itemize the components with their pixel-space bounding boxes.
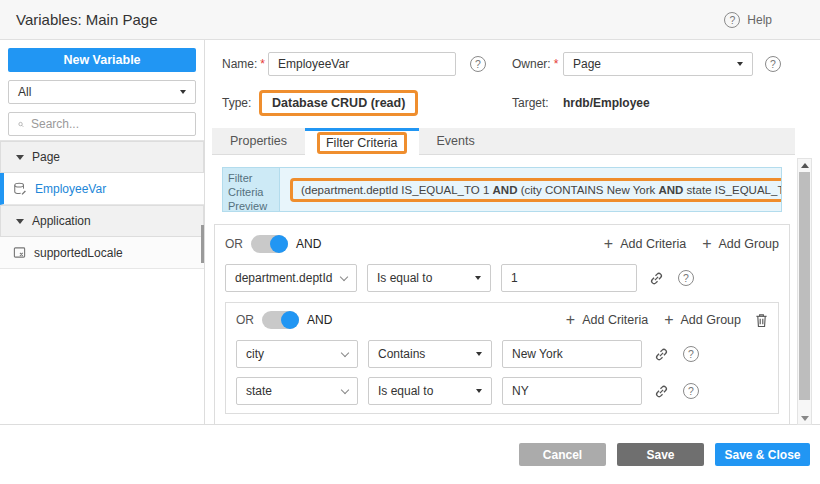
tree-group-application[interactable]: Application bbox=[0, 205, 204, 237]
bind-link-icon[interactable] bbox=[654, 384, 669, 399]
criteria-row: department.deptId Is equal to ? bbox=[225, 264, 779, 292]
condition-select[interactable]: Is equal to bbox=[367, 264, 491, 292]
value-input[interactable] bbox=[502, 377, 642, 405]
variables-tree: Page EmployeeVar Application supportedLo… bbox=[0, 140, 204, 269]
plus-icon: + bbox=[566, 312, 575, 328]
page-header: Variables: Main Page ? Help bbox=[0, 0, 820, 40]
name-help-icon[interactable]: ? bbox=[470, 56, 486, 72]
variables-sidebar: New Variable All Page EmployeeVar Applic… bbox=[0, 40, 205, 425]
preview-body: (department.deptId IS_EQUAL_TO 1 AND (ci… bbox=[280, 168, 781, 211]
chevron-down-icon bbox=[341, 348, 349, 356]
collapse-caret-icon[interactable] bbox=[16, 219, 24, 224]
tree-item-employeevar[interactable]: EmployeeVar bbox=[0, 173, 204, 205]
owner-label: Owner: bbox=[512, 57, 551, 71]
value-input[interactable] bbox=[502, 340, 642, 368]
delete-group-icon[interactable] bbox=[755, 313, 768, 328]
add-group-button[interactable]: Add Group bbox=[719, 237, 779, 251]
condition-select[interactable]: Is equal to bbox=[368, 377, 492, 405]
sidebar-scrollbar-thumb[interactable] bbox=[201, 225, 204, 263]
search-box bbox=[8, 112, 196, 136]
toggle-knob bbox=[281, 311, 299, 329]
or-and-toggle[interactable] bbox=[251, 235, 288, 253]
plus-icon: + bbox=[604, 236, 613, 252]
criteria-row: state Is equal to bbox=[236, 377, 768, 405]
tab-filter-criteria[interactable]: Filter Criteria bbox=[305, 128, 419, 155]
target-label: Target: bbox=[512, 96, 549, 110]
owner-select-value: Page bbox=[573, 57, 601, 71]
tab-events[interactable]: Events bbox=[419, 128, 493, 154]
scroll-down-arrow[interactable] bbox=[798, 412, 811, 424]
type-value-highlighted: Database CRUD (read) bbox=[259, 90, 418, 116]
criteria-group-outer: OR AND + Add Criteria + Add Group depart… bbox=[214, 224, 790, 424]
criteria-help-icon[interactable]: ? bbox=[683, 383, 699, 399]
target-value: hrdb/Employee bbox=[563, 96, 650, 110]
field-select[interactable]: department.deptId bbox=[225, 264, 357, 292]
help-label: Help bbox=[747, 13, 772, 27]
add-criteria-button[interactable]: Add Criteria bbox=[582, 313, 648, 327]
toggle-knob bbox=[270, 235, 288, 253]
tree-group-label: Page bbox=[32, 150, 60, 164]
new-variable-button[interactable]: New Variable bbox=[8, 48, 196, 72]
and-label: AND bbox=[307, 313, 332, 327]
tree-group-page[interactable]: Page bbox=[0, 141, 204, 173]
tree-group-label: Application bbox=[32, 214, 91, 228]
condition-select[interactable]: Contains bbox=[368, 340, 492, 368]
outer-group-toolbar: OR AND + Add Criteria + Add Group bbox=[225, 233, 779, 255]
plus-icon: + bbox=[702, 236, 711, 252]
value-input[interactable] bbox=[501, 264, 637, 292]
save-button[interactable]: Save bbox=[617, 443, 704, 466]
scroll-up-arrow[interactable] bbox=[798, 159, 811, 171]
add-group-button[interactable]: Add Group bbox=[681, 313, 741, 327]
variable-filter-select[interactable]: All bbox=[8, 80, 196, 104]
field-select[interactable]: city bbox=[236, 340, 358, 368]
or-and-toggle[interactable] bbox=[262, 311, 299, 329]
cancel-button[interactable]: Cancel bbox=[519, 443, 606, 466]
filter-criteria-tab-content: Filter Criteria Preview (department.dept… bbox=[212, 155, 792, 424]
search-input[interactable] bbox=[31, 117, 186, 131]
tree-item-label: supportedLocale bbox=[34, 246, 123, 260]
dialog-footer: Cancel Save Save & Close bbox=[0, 425, 820, 484]
preview-label: Filter Criteria Preview bbox=[223, 168, 280, 211]
owner-help-icon[interactable]: ? bbox=[765, 56, 781, 72]
content-scrollbar[interactable] bbox=[797, 158, 812, 425]
name-label: Name: bbox=[222, 57, 257, 71]
bind-link-icon[interactable] bbox=[649, 271, 664, 286]
scrollbar-thumb[interactable] bbox=[799, 172, 810, 400]
or-label: OR bbox=[225, 237, 243, 251]
save-and-close-button[interactable]: Save & Close bbox=[715, 443, 810, 466]
variable-filter-value: All bbox=[18, 85, 31, 99]
collapse-caret-icon[interactable] bbox=[16, 155, 24, 160]
required-marker: * bbox=[260, 57, 265, 71]
field-select-value: city bbox=[246, 347, 264, 361]
condition-select-value: Is equal to bbox=[378, 384, 433, 398]
preview-expression-highlighted: (department.deptId IS_EQUAL_TO 1 AND (ci… bbox=[290, 178, 781, 202]
required-marker: * bbox=[554, 57, 559, 71]
tree-item-label: EmployeeVar bbox=[35, 182, 106, 196]
tab-label-highlighted: Filter Criteria bbox=[317, 132, 407, 154]
chevron-down-icon bbox=[340, 272, 348, 280]
bind-link-icon[interactable] bbox=[654, 347, 669, 362]
help-button[interactable]: ? Help bbox=[724, 12, 772, 28]
owner-select[interactable]: Page bbox=[563, 52, 753, 76]
chevron-down-icon bbox=[737, 62, 743, 66]
field-select-value: department.deptId bbox=[235, 271, 332, 285]
tab-label: Events bbox=[437, 134, 475, 148]
criteria-group-nested: OR AND + Add Criteria + Add Group bbox=[225, 302, 779, 414]
criteria-help-icon[interactable]: ? bbox=[683, 346, 699, 362]
criteria-row: city Contains ? bbox=[236, 340, 768, 368]
and-label: AND bbox=[296, 237, 321, 251]
condition-select-value: Contains bbox=[378, 347, 425, 361]
or-label: OR bbox=[236, 313, 254, 327]
tree-item-supportedlocale[interactable]: supportedLocale bbox=[0, 237, 204, 269]
tab-label: Properties bbox=[230, 134, 287, 148]
name-input[interactable] bbox=[268, 52, 456, 76]
add-criteria-button[interactable]: Add Criteria bbox=[620, 237, 686, 251]
locale-variable-icon bbox=[13, 246, 26, 259]
tab-properties[interactable]: Properties bbox=[212, 128, 305, 154]
criteria-help-icon[interactable]: ? bbox=[678, 270, 694, 286]
dropdown-arrow-icon bbox=[476, 389, 482, 393]
search-icon bbox=[18, 118, 24, 131]
type-label: Type: bbox=[222, 96, 251, 110]
field-select[interactable]: state bbox=[236, 377, 358, 405]
variable-editor-panel: Name: * ? Owner: * Page ? Type: Database… bbox=[205, 40, 820, 425]
